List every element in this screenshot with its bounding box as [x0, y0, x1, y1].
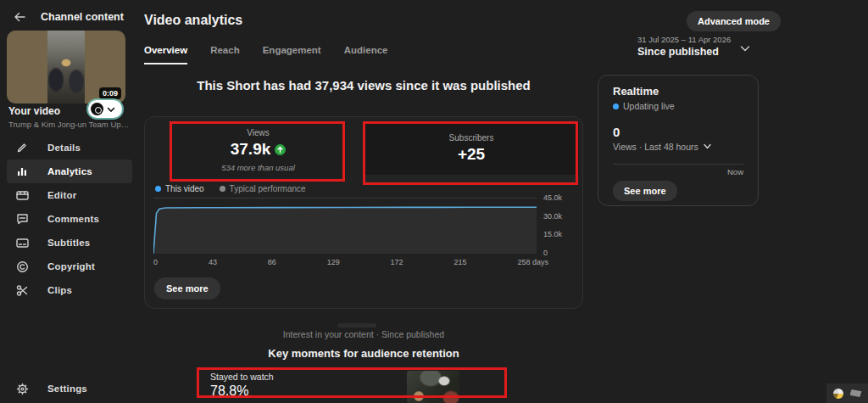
views-headline: This Short has had 37,934 views since it…: [144, 78, 583, 92]
sidebar-item-comments[interactable]: Comments: [7, 207, 132, 231]
metric-subscribers[interactable]: Subscribers +25: [364, 122, 579, 175]
section-divider: [337, 323, 376, 327]
tab-engagement[interactable]: Engagement: [263, 45, 321, 64]
legend-typical-performance: Typical performance: [220, 184, 306, 193]
see-more-button[interactable]: See more: [154, 277, 220, 299]
sidebar-menu: Details Analytics Editor Comments: [0, 136, 139, 302]
chevron-down-icon[interactable]: [737, 41, 753, 56]
realtime-card: Realtime Updating live 0 Views · Last 48…: [598, 75, 759, 206]
sidebar-item-analytics[interactable]: Analytics: [7, 160, 132, 183]
key-moment-thumbnail[interactable]: [407, 371, 459, 403]
back-arrow-icon[interactable]: [12, 9, 27, 25]
views-line-chart: [153, 198, 537, 253]
metric-subscribers-strip: [364, 175, 579, 185]
realtime-now-label: Now: [727, 167, 743, 176]
realtime-status: Updating live: [613, 101, 675, 111]
tab-reach[interactable]: Reach: [210, 45, 240, 64]
pencil-icon: [15, 141, 29, 154]
metric-views[interactable]: Views 37.9k 534 more than usual: [170, 122, 346, 178]
bar-chart-icon: [15, 165, 29, 178]
chevron-down-icon: [702, 141, 713, 152]
overview-metrics-card: Views 37.9k 534 more than usual Subscrib…: [144, 116, 583, 309]
subtitles-icon: [15, 236, 29, 249]
sidebar-item-clips[interactable]: Clips: [7, 278, 132, 302]
realtime-value: 0: [613, 125, 620, 139]
your-video-label: Your video: [8, 105, 60, 117]
device-icon[interactable]: [850, 389, 862, 397]
video-title: Trump & Kim Jong-un Team Up?! Th...: [8, 120, 132, 129]
page-title: Video analytics: [144, 13, 242, 28]
metric-value: +25: [458, 145, 485, 164]
security-pinwheel-icon[interactable]: [833, 389, 843, 399]
sidebar: Channel content 0:09 Your video Trump & …: [0, 0, 139, 403]
trend-up-icon: [275, 144, 286, 155]
sidebar-item-label: Analytics: [47, 166, 92, 176]
stayed-to-watch-value: 78.8%: [210, 383, 248, 399]
analytics-tabs: Overview Reach Engagement Audience: [144, 45, 387, 64]
legend-this-video: This video: [155, 184, 204, 193]
sidebar-item-label: Comments: [47, 214, 99, 224]
visibility-selector[interactable]: [88, 100, 122, 118]
metric-label: Subscribers: [449, 133, 494, 143]
legend-dot-blue: [155, 186, 161, 192]
copyright-icon: [15, 260, 29, 273]
realtime-see-more-button[interactable]: See more: [613, 181, 677, 201]
tab-audience[interactable]: Audience: [344, 45, 388, 64]
realtime-axis-line: [613, 164, 743, 165]
metric-label: Views: [247, 128, 270, 137]
sidebar-item-editor[interactable]: Editor: [7, 183, 132, 207]
system-tray: [826, 383, 868, 403]
sidebar-settings-wrap: Settings: [7, 377, 132, 400]
sidebar-item-label: Editor: [47, 190, 76, 200]
sidebar-item-label: Details: [47, 143, 81, 153]
key-moments-title: Key moments for audience retention: [144, 347, 583, 360]
sidebar-item-details[interactable]: Details: [7, 136, 132, 160]
realtime-title: Realtime: [613, 85, 659, 98]
date-period-text: Since published: [637, 46, 731, 58]
sidebar-item-label: Clips: [47, 285, 72, 295]
film-strip-icon: [15, 188, 29, 202]
metric-value: 37.9k: [231, 140, 271, 159]
gear-icon: [15, 382, 29, 395]
visibility-icon: [91, 103, 103, 115]
legend-dot-gray: [220, 186, 225, 192]
tab-overview[interactable]: Overview: [144, 45, 187, 64]
sidebar-item-label: Copyright: [47, 261, 95, 271]
realtime-caption[interactable]: Views · Last 48 hours: [613, 141, 713, 152]
date-range-selector[interactable]: 31 Jul 2025 – 11 Apr 2026 Since publishe…: [637, 35, 731, 58]
sidebar-item-subtitles[interactable]: Subtitles: [7, 231, 132, 255]
advanced-mode-button[interactable]: Advanced mode: [687, 11, 781, 31]
sidebar-header: Channel content: [41, 11, 124, 23]
sidebar-item-copyright[interactable]: Copyright: [7, 255, 132, 278]
chevron-down-icon: [105, 104, 117, 115]
sidebar-item-settings[interactable]: Settings: [7, 377, 132, 400]
video-thumbnail[interactable]: 0:09: [7, 31, 125, 104]
date-range-text: 31 Jul 2025 – 11 Apr 2026: [637, 35, 731, 44]
scissors-icon: [15, 283, 29, 297]
video-duration-badge: 0:09: [99, 87, 121, 99]
x-axis-ticks: 0 43 86 129 172 215 258 days: [153, 258, 548, 266]
chart-legend: This video Typical performance: [155, 184, 306, 193]
speech-bubble-icon: [15, 212, 29, 226]
metric-note: 534 more than usual: [221, 163, 295, 172]
sidebar-item-label: Settings: [47, 383, 87, 394]
interest-caption: Interest in your content · Since publish…: [144, 329, 583, 339]
youtube-studio-analytics-page: Channel content 0:09 Your video Trump & …: [0, 0, 868, 403]
y-axis-ticks: 45.0k 30.0k 15.0k 0: [543, 193, 562, 257]
live-dot-icon: [613, 104, 619, 109]
stayed-to-watch-label: Stayed to watch: [210, 372, 274, 382]
sidebar-item-label: Subtitles: [47, 238, 90, 248]
video-thumbnail-frame: [47, 31, 85, 104]
